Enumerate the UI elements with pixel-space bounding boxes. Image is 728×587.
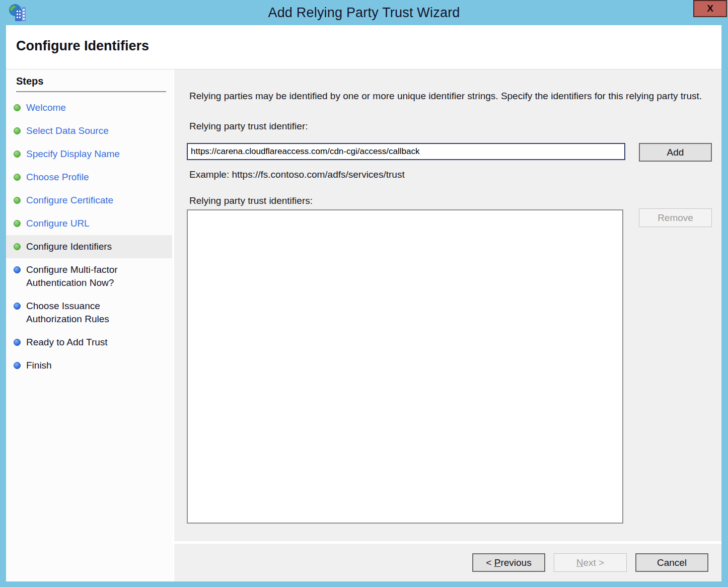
- wizard-content-panel: Relying parties may be identified by one…: [174, 69, 721, 541]
- step-link-configure-url[interactable]: Configure URL: [26, 217, 90, 230]
- close-button[interactable]: X: [693, 0, 727, 17]
- step-link-choose-profile[interactable]: Choose Profile: [26, 171, 89, 184]
- sidebar-item-specify-display-name[interactable]: Specify Display Name: [6, 142, 172, 166]
- intro-text: Relying parties may be identified by one…: [189, 89, 705, 103]
- upcoming-step-dot-icon: [14, 362, 21, 369]
- step-label-choose-issuance-rules: Choose Issuance Authorization Rules: [26, 300, 144, 326]
- sidebar-item-configure-url[interactable]: Configure URL: [6, 212, 172, 235]
- sidebar-item-choose-profile[interactable]: Choose Profile: [6, 166, 172, 189]
- next-label-rest: ext >: [584, 557, 605, 568]
- upcoming-step-dot-icon: [14, 266, 21, 273]
- add-button[interactable]: Add: [639, 143, 712, 162]
- remove-button[interactable]: Remove: [639, 208, 712, 227]
- sidebar-item-configure-mfa: Configure Multi-factor Authentication No…: [6, 258, 172, 295]
- page-header: Configure Identifiers: [6, 25, 721, 68]
- previous-label-accelerator: P: [494, 557, 501, 568]
- sidebar-item-configure-identifiers-current[interactable]: Configure Identifiers: [6, 235, 172, 258]
- next-label-accelerator: N: [576, 557, 584, 568]
- completed-step-dot-icon: [14, 243, 21, 250]
- sidebar-item-configure-certificate[interactable]: Configure Certificate: [6, 189, 172, 212]
- identifier-field-label: Relying party trust identifier:: [189, 121, 308, 132]
- wizard-window: Configure Identifiers Steps Welcome Sele…: [6, 25, 721, 581]
- relying-party-identifier-input[interactable]: [187, 143, 625, 160]
- sidebar-item-ready-to-add-trust: Ready to Add Trust: [6, 331, 172, 354]
- upcoming-step-dot-icon: [14, 303, 21, 310]
- step-label-finish: Finish: [26, 359, 52, 372]
- steps-sidebar: Steps Welcome Select Data Source Specify…: [6, 69, 172, 581]
- identifiers-listbox[interactable]: [187, 209, 623, 524]
- previous-label-rest: revious: [500, 557, 531, 568]
- step-link-configure-certificate[interactable]: Configure Certificate: [26, 194, 113, 207]
- sidebar-item-select-data-source[interactable]: Select Data Source: [6, 119, 172, 142]
- wizard-footer: < Previous Next > Cancel: [174, 544, 721, 581]
- title-bar: Add Relying Party Trust Wizard X: [0, 0, 728, 25]
- step-label-configure-mfa: Configure Multi-factor Authentication No…: [26, 263, 144, 289]
- example-text: Example: https://fs.contoso.com/adfs/ser…: [189, 169, 405, 180]
- sidebar-item-finish: Finish: [6, 354, 172, 377]
- step-link-select-data-source[interactable]: Select Data Source: [26, 124, 109, 137]
- completed-step-dot-icon: [14, 197, 21, 204]
- sidebar-item-choose-issuance-rules: Choose Issuance Authorization Rules: [6, 295, 172, 331]
- step-link-specify-display-name[interactable]: Specify Display Name: [26, 148, 120, 161]
- identifiers-list-label: Relying party trust identifiers:: [189, 195, 313, 206]
- sidebar-item-welcome[interactable]: Welcome: [6, 96, 172, 119]
- close-icon: X: [707, 3, 713, 14]
- window-title: Add Relying Party Trust Wizard: [0, 0, 728, 25]
- previous-label-prefix: <: [486, 557, 494, 568]
- page-title: Configure Identifiers: [16, 38, 721, 54]
- steps-heading: Steps: [16, 76, 166, 92]
- step-label-ready-to-add-trust: Ready to Add Trust: [26, 336, 108, 349]
- adfs-app-icon: [8, 3, 28, 23]
- completed-step-dot-icon: [14, 174, 21, 181]
- step-link-welcome[interactable]: Welcome: [26, 101, 66, 114]
- completed-step-dot-icon: [14, 127, 21, 134]
- cancel-button[interactable]: Cancel: [635, 553, 708, 572]
- step-label-configure-identifiers: Configure Identifiers: [26, 240, 112, 253]
- steps-list: Welcome Select Data Source Specify Displ…: [6, 96, 172, 377]
- upcoming-step-dot-icon: [14, 339, 21, 346]
- previous-button[interactable]: < Previous: [472, 553, 545, 572]
- completed-step-dot-icon: [14, 220, 21, 227]
- next-button[interactable]: Next >: [554, 553, 627, 572]
- completed-step-dot-icon: [14, 151, 21, 158]
- completed-step-dot-icon: [14, 104, 21, 111]
